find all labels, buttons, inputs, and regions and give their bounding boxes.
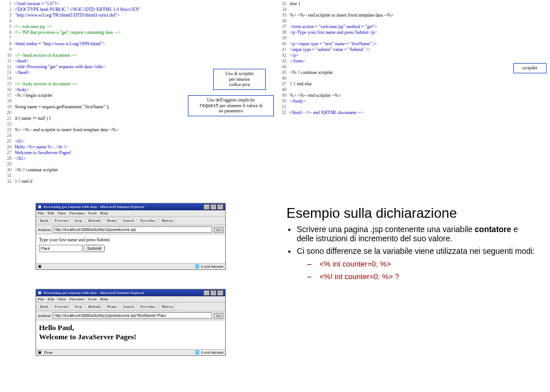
address-input[interactable] [53,312,212,319]
close-icon[interactable]: × [217,204,223,210]
maximize-icon[interactable]: □ [210,204,217,210]
page-prompt: Type your first name and press Submit [39,237,222,242]
go-button[interactable]: Go [214,313,223,319]
menubar: FileEditViewFavoritesToolsHelp [36,210,225,217]
hello-heading-2: Welcome to JavaServer Pages! [39,332,222,342]
annotation-scriptlet-java: Uso di scriptlet per inserire codice jav… [213,69,266,90]
address-input[interactable] [53,226,212,233]
annotation-scriptlet: scriptlet [513,63,547,73]
address-bar: Address Go [36,225,225,234]
window-icon: ▣ [38,291,42,295]
code-listing-right: 33 else {3435 %> <%-- end scriptlet to i… [276,1,550,116]
titlebar: ▣ Processing get requests with data - Mi… [36,203,225,210]
toolbar: BackForwardStopRefreshHomeSearchFavorite… [36,217,225,225]
firstname-input[interactable] [39,245,82,252]
toolbar: BackForwardStopRefreshHomeSearchFavorite… [36,303,225,311]
slide-body: Scrivere una pagina .jsp contenente una … [286,225,535,281]
window-icon: ▣ [38,205,42,209]
maximize-icon[interactable]: □ [210,290,217,296]
slide-title: Esempio sulla dichiarazione [286,205,535,221]
code-listing-left: 1<?xml version = "1.0"?>2<!DOCTYPE html … [1,1,270,185]
browser-window-result: ▣ Processing get requests with data - Mi… [36,289,226,356]
minimize-icon[interactable]: _ [203,204,210,210]
hello-heading-1: Hello Paul, [39,323,222,332]
minimize-icon[interactable]: _ [203,290,210,296]
menubar: FileEditViewFavoritesToolsHelp [36,296,225,303]
annotation-request-object: Uso dell'oggetto implicito request per o… [188,95,274,116]
close-icon[interactable]: × [217,290,223,296]
browser-window-form: ▣ Processing get requests with data - Mi… [36,203,226,270]
submit-button[interactable]: Submit [84,245,105,252]
go-button[interactable]: Go [214,227,223,233]
